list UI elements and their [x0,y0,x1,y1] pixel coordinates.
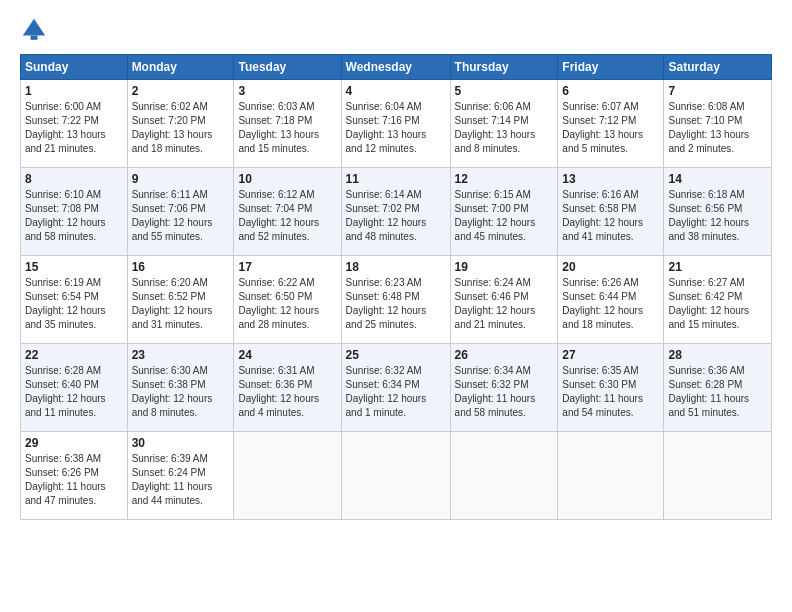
day-number: 2 [132,84,230,98]
logo [20,16,52,44]
calendar-header-saturday: Saturday [664,55,772,80]
calendar-cell: 7Sunrise: 6:08 AM Sunset: 7:10 PM Daylig… [664,80,772,168]
calendar-cell: 18Sunrise: 6:23 AM Sunset: 6:48 PM Dayli… [341,256,450,344]
day-number: 13 [562,172,659,186]
svg-rect-1 [31,36,38,40]
calendar-cell: 23Sunrise: 6:30 AM Sunset: 6:38 PM Dayli… [127,344,234,432]
day-detail: Sunrise: 6:27 AM Sunset: 6:42 PM Dayligh… [668,276,767,332]
day-number: 15 [25,260,123,274]
day-number: 3 [238,84,336,98]
day-detail: Sunrise: 6:34 AM Sunset: 6:32 PM Dayligh… [455,364,554,420]
day-detail: Sunrise: 6:07 AM Sunset: 7:12 PM Dayligh… [562,100,659,156]
calendar-cell: 25Sunrise: 6:32 AM Sunset: 6:34 PM Dayli… [341,344,450,432]
calendar-cell: 26Sunrise: 6:34 AM Sunset: 6:32 PM Dayli… [450,344,558,432]
day-detail: Sunrise: 6:39 AM Sunset: 6:24 PM Dayligh… [132,452,230,508]
calendar-cell: 3Sunrise: 6:03 AM Sunset: 7:18 PM Daylig… [234,80,341,168]
day-number: 11 [346,172,446,186]
day-number: 5 [455,84,554,98]
calendar-header-monday: Monday [127,55,234,80]
day-number: 10 [238,172,336,186]
day-detail: Sunrise: 6:18 AM Sunset: 6:56 PM Dayligh… [668,188,767,244]
calendar-cell: 12Sunrise: 6:15 AM Sunset: 7:00 PM Dayli… [450,168,558,256]
logo-icon [20,16,48,44]
day-detail: Sunrise: 6:31 AM Sunset: 6:36 PM Dayligh… [238,364,336,420]
calendar-cell: 20Sunrise: 6:26 AM Sunset: 6:44 PM Dayli… [558,256,664,344]
day-detail: Sunrise: 6:06 AM Sunset: 7:14 PM Dayligh… [455,100,554,156]
day-number: 12 [455,172,554,186]
calendar-cell: 9Sunrise: 6:11 AM Sunset: 7:06 PM Daylig… [127,168,234,256]
calendar-cell [558,432,664,520]
calendar-week-row: 8Sunrise: 6:10 AM Sunset: 7:08 PM Daylig… [21,168,772,256]
calendar-cell: 10Sunrise: 6:12 AM Sunset: 7:04 PM Dayli… [234,168,341,256]
day-number: 27 [562,348,659,362]
day-number: 19 [455,260,554,274]
calendar-header-friday: Friday [558,55,664,80]
day-detail: Sunrise: 6:11 AM Sunset: 7:06 PM Dayligh… [132,188,230,244]
calendar-header-sunday: Sunday [21,55,128,80]
day-detail: Sunrise: 6:32 AM Sunset: 6:34 PM Dayligh… [346,364,446,420]
calendar-table: SundayMondayTuesdayWednesdayThursdayFrid… [20,54,772,520]
calendar-cell: 11Sunrise: 6:14 AM Sunset: 7:02 PM Dayli… [341,168,450,256]
calendar-cell: 14Sunrise: 6:18 AM Sunset: 6:56 PM Dayli… [664,168,772,256]
calendar-cell: 6Sunrise: 6:07 AM Sunset: 7:12 PM Daylig… [558,80,664,168]
calendar-header-tuesday: Tuesday [234,55,341,80]
calendar-header-wednesday: Wednesday [341,55,450,80]
calendar-week-row: 22Sunrise: 6:28 AM Sunset: 6:40 PM Dayli… [21,344,772,432]
calendar-cell: 27Sunrise: 6:35 AM Sunset: 6:30 PM Dayli… [558,344,664,432]
day-number: 14 [668,172,767,186]
day-detail: Sunrise: 6:24 AM Sunset: 6:46 PM Dayligh… [455,276,554,332]
day-number: 26 [455,348,554,362]
calendar-cell [664,432,772,520]
svg-marker-0 [23,19,45,36]
day-detail: Sunrise: 6:10 AM Sunset: 7:08 PM Dayligh… [25,188,123,244]
day-number: 18 [346,260,446,274]
day-detail: Sunrise: 6:08 AM Sunset: 7:10 PM Dayligh… [668,100,767,156]
day-detail: Sunrise: 6:23 AM Sunset: 6:48 PM Dayligh… [346,276,446,332]
day-detail: Sunrise: 6:14 AM Sunset: 7:02 PM Dayligh… [346,188,446,244]
calendar-week-row: 29Sunrise: 6:38 AM Sunset: 6:26 PM Dayli… [21,432,772,520]
calendar-cell: 15Sunrise: 6:19 AM Sunset: 6:54 PM Dayli… [21,256,128,344]
calendar-cell: 22Sunrise: 6:28 AM Sunset: 6:40 PM Dayli… [21,344,128,432]
calendar-cell: 8Sunrise: 6:10 AM Sunset: 7:08 PM Daylig… [21,168,128,256]
calendar-cell [450,432,558,520]
day-detail: Sunrise: 6:28 AM Sunset: 6:40 PM Dayligh… [25,364,123,420]
calendar-cell: 28Sunrise: 6:36 AM Sunset: 6:28 PM Dayli… [664,344,772,432]
calendar-header-thursday: Thursday [450,55,558,80]
day-number: 16 [132,260,230,274]
day-detail: Sunrise: 6:22 AM Sunset: 6:50 PM Dayligh… [238,276,336,332]
day-number: 22 [25,348,123,362]
day-number: 20 [562,260,659,274]
calendar-cell: 21Sunrise: 6:27 AM Sunset: 6:42 PM Dayli… [664,256,772,344]
calendar-cell: 4Sunrise: 6:04 AM Sunset: 7:16 PM Daylig… [341,80,450,168]
day-number: 23 [132,348,230,362]
calendar-cell: 2Sunrise: 6:02 AM Sunset: 7:20 PM Daylig… [127,80,234,168]
calendar-cell: 1Sunrise: 6:00 AM Sunset: 7:22 PM Daylig… [21,80,128,168]
day-number: 9 [132,172,230,186]
day-number: 24 [238,348,336,362]
day-detail: Sunrise: 6:00 AM Sunset: 7:22 PM Dayligh… [25,100,123,156]
day-number: 6 [562,84,659,98]
day-number: 1 [25,84,123,98]
page: SundayMondayTuesdayWednesdayThursdayFrid… [0,0,792,612]
calendar-week-row: 15Sunrise: 6:19 AM Sunset: 6:54 PM Dayli… [21,256,772,344]
calendar-cell: 17Sunrise: 6:22 AM Sunset: 6:50 PM Dayli… [234,256,341,344]
calendar-cell: 29Sunrise: 6:38 AM Sunset: 6:26 PM Dayli… [21,432,128,520]
day-number: 8 [25,172,123,186]
day-number: 7 [668,84,767,98]
calendar-week-row: 1Sunrise: 6:00 AM Sunset: 7:22 PM Daylig… [21,80,772,168]
day-number: 4 [346,84,446,98]
calendar-cell: 24Sunrise: 6:31 AM Sunset: 6:36 PM Dayli… [234,344,341,432]
header [20,16,772,44]
day-detail: Sunrise: 6:16 AM Sunset: 6:58 PM Dayligh… [562,188,659,244]
calendar-cell: 5Sunrise: 6:06 AM Sunset: 7:14 PM Daylig… [450,80,558,168]
day-detail: Sunrise: 6:15 AM Sunset: 7:00 PM Dayligh… [455,188,554,244]
day-number: 17 [238,260,336,274]
day-detail: Sunrise: 6:20 AM Sunset: 6:52 PM Dayligh… [132,276,230,332]
day-detail: Sunrise: 6:04 AM Sunset: 7:16 PM Dayligh… [346,100,446,156]
calendar-header-row: SundayMondayTuesdayWednesdayThursdayFrid… [21,55,772,80]
day-number: 30 [132,436,230,450]
day-number: 21 [668,260,767,274]
day-number: 29 [25,436,123,450]
day-detail: Sunrise: 6:26 AM Sunset: 6:44 PM Dayligh… [562,276,659,332]
day-detail: Sunrise: 6:38 AM Sunset: 6:26 PM Dayligh… [25,452,123,508]
